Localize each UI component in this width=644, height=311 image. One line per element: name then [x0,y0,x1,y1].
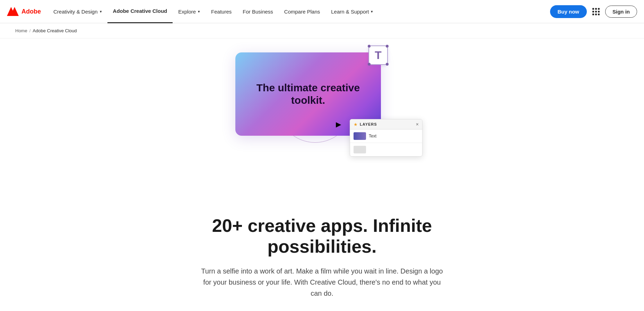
anchor-tl [368,45,371,48]
main-headline: 20+ creative apps. Infinite possibilitie… [173,216,471,257]
cursor-arrow-icon: ▶ [336,120,341,128]
hero-section: ▶ The ultimate creative toolkit. T ★ LAY… [0,39,644,195]
layers-panel: ★ LAYERS × Text [350,119,423,157]
anchor-tr [386,45,389,48]
nav-creativity-design[interactable]: Creativity & Design ▾ [48,0,107,23]
chevron-down-icon: ▾ [100,9,102,14]
hero-inner: ▶ The ultimate creative toolkit. T ★ LAY… [201,45,443,167]
main-content-section: 20+ creative apps. Infinite possibilitie… [166,195,478,311]
layers-star-icon: ★ [354,122,358,127]
anchor-br [386,63,389,66]
main-subtext: Turn a selfie into a work of art. Make a… [201,266,443,299]
nav-links: Creativity & Design ▾ Adobe Creative Clo… [48,0,550,23]
layers-title: LAYERS [360,122,377,126]
chevron-down-icon: ▾ [371,9,373,14]
nav-for-business[interactable]: For Business [237,0,279,23]
card-headline: The ultimate creative toolkit. [235,82,381,107]
breadcrumb-current: Adobe Creative Cloud [33,28,77,33]
layers-thumbnail [354,132,366,140]
layers-row-text: Text [350,129,422,143]
buy-now-button[interactable]: Buy now [550,5,587,18]
layers-row-2 [350,143,422,156]
layers-close-button[interactable]: × [416,121,419,127]
chevron-down-icon: ▾ [198,9,200,14]
layers-thumbnail-2 [354,146,366,153]
breadcrumb-separator: / [29,28,31,33]
nav-explore[interactable]: Explore ▾ [173,0,206,23]
breadcrumb: Home / Adobe Creative Cloud [0,23,644,39]
main-nav: Adobe Creativity & Design ▾ Adobe Creati… [0,0,644,23]
nav-right: Buy now Sign in [550,5,637,18]
breadcrumb-home-link[interactable]: Home [15,28,27,33]
adobe-logo-icon [7,7,19,16]
adobe-wordmark: Adobe [21,8,41,15]
sign-in-button[interactable]: Sign in [605,6,637,18]
nav-features[interactable]: Features [206,0,237,23]
nav-compare-plans[interactable]: Compare Plans [279,0,325,23]
anchor-bl [368,63,371,66]
layers-header: ★ LAYERS × [350,119,422,129]
adobe-logo[interactable]: Adobe [7,7,41,16]
text-tool-icon: T [368,45,388,65]
apps-grid-icon[interactable] [592,8,600,15]
creative-card: The ultimate creative toolkit. T ★ LAYER… [235,52,381,136]
layers-text-label: Text [369,134,376,138]
nav-creative-cloud[interactable]: Adobe Creative Cloud [107,0,173,23]
nav-learn-support[interactable]: Learn & Support ▾ [325,0,378,23]
